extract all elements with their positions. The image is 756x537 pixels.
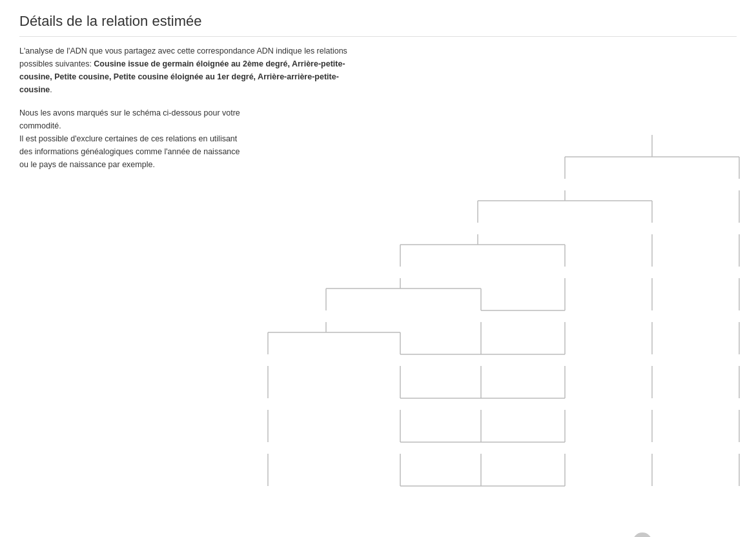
tree-area: .connector { stroke: #bbb; stroke-width:…: [245, 106, 756, 537]
description-end: .: [50, 85, 52, 94]
avatar: [633, 532, 652, 537]
page-title: Détails de la relation estimée: [19, 13, 737, 37]
content-area: Nous les avons marqués sur le schéma ci-…: [19, 106, 737, 537]
note-text: Nous les avons marqués sur le schéma ci-…: [19, 106, 245, 171]
left-text: Nous les avons marqués sur le schéma ci-…: [19, 106, 245, 537]
page-container: Détails de la relation estimée L'analyse…: [0, 0, 756, 537]
tree-grid: [245, 113, 756, 508]
tree-nodes: 4ème arrière-grand-parent 3ème arrière-g…: [245, 514, 756, 537]
description: L'analyse de l'ADN que vous partagez ave…: [19, 45, 368, 96]
node-4eme-arriere-grand-parent: 4ème arrière-grand-parent: [633, 532, 735, 537]
